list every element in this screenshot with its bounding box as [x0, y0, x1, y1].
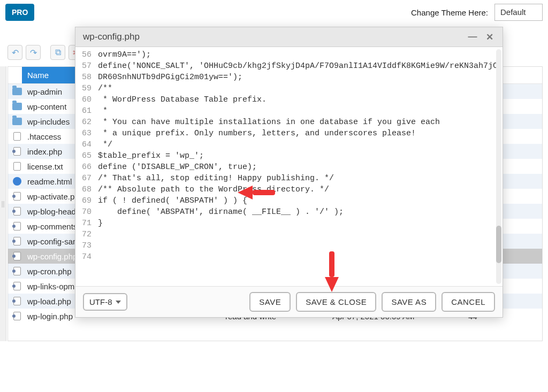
- code-editor[interactable]: 56575859606162636465666768697071727374 o…: [75, 47, 503, 286]
- save-button[interactable]: SAVE: [249, 292, 291, 312]
- php-icon: [11, 191, 23, 201]
- line-number: 61: [77, 105, 92, 117]
- code-line[interactable]: * You can have multiple installations in…: [98, 117, 499, 128]
- line-number: 57: [77, 60, 92, 72]
- code-line[interactable]: define( 'ABSPATH', dirname( __FILE__ ) .…: [98, 206, 499, 218]
- code-line[interactable]: /* That's all, stop editing! Happy publi…: [98, 173, 499, 184]
- code-line[interactable]: define ('DISABLE_WP_CRON', true);: [98, 162, 499, 173]
- copy-button[interactable]: ⧉: [50, 45, 65, 60]
- line-number: 74: [77, 251, 92, 263]
- annotation-arrow-line-66: [238, 186, 275, 199]
- code-line[interactable]: * a unique prefix. Only numbers, letters…: [98, 128, 499, 139]
- copy-icon: ⧉: [55, 48, 61, 57]
- code-line[interactable]: }: [98, 218, 499, 229]
- php-icon: [11, 236, 23, 246]
- dialog-title: wp-config.php: [83, 32, 461, 42]
- save-close-button[interactable]: SAVE & CLOSE: [296, 292, 376, 312]
- line-number: 63: [77, 128, 92, 139]
- code-content[interactable]: ovrm9A==');define('NONCE_SALT', 'OHHuC9c…: [95, 47, 503, 286]
- dialog-titlebar[interactable]: wp-config.php — ✕: [75, 27, 503, 47]
- line-number-gutter: 56575859606162636465666768697071727374: [75, 47, 95, 286]
- code-line[interactable]: /** Absolute path to the WordPress direc…: [98, 184, 499, 195]
- line-number: 56: [77, 49, 92, 60]
- theme-select[interactable]: Default: [494, 4, 543, 21]
- php-icon: [11, 147, 23, 156]
- line-number: 73: [77, 240, 92, 251]
- line-number: 66: [77, 162, 92, 173]
- folder-icon: [11, 102, 23, 111]
- code-line[interactable]: if ( ! defined( 'ABSPATH' ) ) {: [98, 195, 499, 206]
- redo-button[interactable]: ↷: [26, 45, 41, 60]
- close-button[interactable]: ✕: [484, 33, 495, 41]
- php-icon: [11, 266, 23, 276]
- line-number: 67: [77, 173, 92, 184]
- code-line[interactable]: *: [98, 105, 499, 117]
- line-number: 71: [77, 218, 92, 229]
- theme-label: Change Theme Here:: [411, 8, 488, 17]
- globe-icon: [11, 176, 23, 186]
- code-line[interactable]: /**: [98, 83, 499, 94]
- code-line[interactable]: ovrm9A==');: [98, 49, 499, 60]
- line-number: 64: [77, 139, 92, 150]
- line-number: 58: [77, 72, 92, 83]
- encoding-select[interactable]: UTF-8: [83, 293, 127, 311]
- line-number: 69: [77, 195, 92, 206]
- file-icon: [11, 162, 23, 171]
- minimize-button[interactable]: —: [467, 33, 478, 41]
- php-icon: [11, 251, 23, 261]
- pro-badge[interactable]: PRO: [5, 4, 34, 21]
- line-number: 62: [77, 117, 92, 128]
- undo-button[interactable]: ↶: [7, 45, 22, 60]
- toolbar: ↶ ↷ ⧉ ✂: [7, 45, 83, 60]
- redo-icon: ↷: [30, 48, 37, 58]
- php-icon: [11, 221, 23, 231]
- line-number: 68: [77, 184, 92, 195]
- left-rail-handle[interactable]: ||: [0, 66, 6, 341]
- top-bar: PRO Change Theme Here: Default: [0, 0, 548, 25]
- code-line[interactable]: */: [98, 139, 499, 150]
- line-number: 59: [77, 83, 92, 94]
- cancel-button[interactable]: CANCEL: [442, 292, 495, 312]
- editor-dialog: wp-config.php — ✕ 5657585960616263646566…: [75, 27, 503, 318]
- php-icon: [11, 206, 23, 216]
- line-number: 60: [77, 94, 92, 105]
- folder-icon: [11, 117, 23, 126]
- dialog-footer: UTF-8 SAVE SAVE & CLOSE SAVE AS CANCEL: [75, 286, 503, 317]
- folder-icon: [11, 87, 23, 96]
- annotation-arrow-save-close: [325, 251, 339, 292]
- php-icon: [11, 311, 23, 321]
- code-line[interactable]: * WordPress Database Table prefix.: [98, 94, 499, 105]
- undo-icon: ↶: [12, 48, 19, 58]
- php-icon: [11, 296, 23, 306]
- line-number: 70: [77, 206, 92, 218]
- code-line[interactable]: $table_prefix = 'wp_';: [98, 150, 499, 162]
- line-number: 65: [77, 150, 92, 162]
- php-icon: [11, 281, 23, 291]
- save-as-button[interactable]: SAVE AS: [382, 292, 436, 312]
- editor-scrollbar[interactable]: [496, 49, 501, 284]
- file-icon: [11, 132, 23, 141]
- line-number: 72: [77, 229, 92, 240]
- scrollbar-thumb[interactable]: [496, 226, 501, 263]
- code-line[interactable]: define('NONCE_SALT', 'OHHuC9cb/khg2jfSky…: [98, 60, 499, 83]
